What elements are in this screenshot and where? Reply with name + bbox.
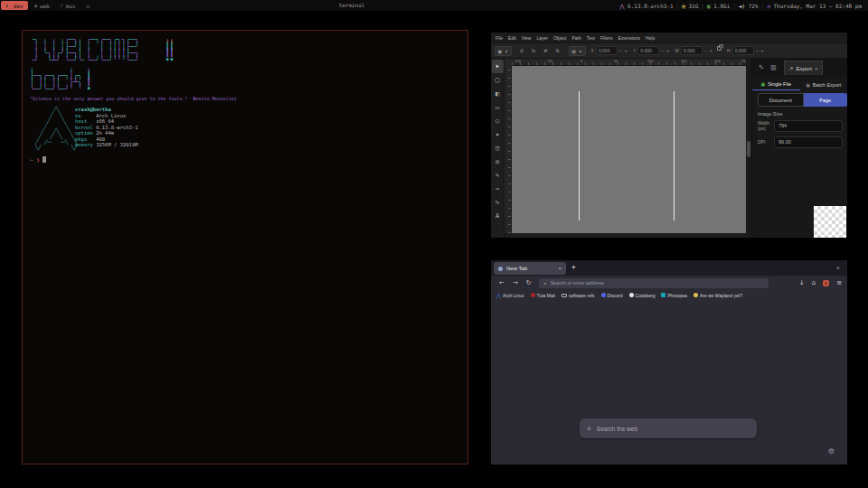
codeberg-icon	[629, 293, 634, 297]
subtab-batch-export[interactable]: ▣Batch Export	[800, 79, 848, 90]
url-bar[interactable]: ⌕ Search or enter address	[539, 278, 769, 289]
fetch-info: crash@bertha os Arch Linux host x86_64 k…	[75, 107, 138, 148]
inkscape-canvas[interactable]	[512, 66, 746, 233]
ram-icon: ▥	[707, 3, 711, 9]
close-export-tab-icon[interactable]: ×	[815, 66, 818, 71]
star-tool[interactable]: ✶	[492, 127, 504, 141]
workspace-dev[interactable]: ❯_dev	[1, 1, 28, 10]
h-input[interactable]: 0.000	[732, 46, 754, 55]
reload-button[interactable]: ↻	[526, 279, 532, 286]
menu-path[interactable]: Path	[571, 35, 580, 41]
menu-layer[interactable]: Layer	[536, 35, 548, 41]
flip-horizontal-icon[interactable]: ⇄	[543, 47, 547, 54]
y-input[interactable]: 0.000	[637, 46, 659, 55]
node-tool[interactable]: ⬡	[492, 73, 504, 87]
active-tab[interactable]: New Tab ×	[494, 262, 566, 275]
pencil-tool[interactable]: ✎	[492, 168, 504, 182]
bookmark-codeberg[interactable]: Codeberg	[629, 293, 656, 298]
rectangle-tool[interactable]: ▭	[492, 100, 504, 114]
extension-icon[interactable]	[823, 280, 829, 286]
workspace-mus[interactable]: ♪mus	[56, 1, 80, 10]
decrement-icon[interactable]: −	[756, 48, 760, 53]
shape-builder-tool[interactable]: ◧	[492, 87, 504, 100]
separator: |	[676, 3, 680, 9]
bookmark-software-refs[interactable]: software refs	[561, 293, 595, 298]
cursor	[42, 156, 46, 163]
flip-vertical-icon[interactable]: ⇅	[556, 47, 560, 54]
ruler-label: 250	[741, 59, 746, 63]
workspace-web[interactable]: ◍web	[30, 1, 54, 10]
dialog-tab-strip: ✎ ▥ ↗ Export ×	[752, 59, 847, 77]
firefox-window[interactable]: New Tab × + ⌄ ← → ↻ ⌕ Search or enter ad…	[491, 260, 847, 465]
bookmark-are-we-wayland-yet-[interactable]: Are we Wayland yet?	[693, 293, 742, 298]
shell-prompt[interactable]: ~ ❯	[30, 156, 46, 163]
objects-dialog-icon[interactable]: ✎	[759, 64, 764, 71]
increment-icon[interactable]: +	[666, 48, 670, 53]
forward-button[interactable]: →	[513, 279, 518, 286]
pen-tool[interactable]: ✑	[492, 182, 504, 195]
web-search-box[interactable]: ⌕ Search the web	[580, 418, 757, 438]
align-dropdown[interactable]: ▤ ▾	[569, 46, 586, 56]
new-tab-button[interactable]: +	[571, 263, 576, 271]
selector-tool[interactable]: ➤	[492, 60, 504, 73]
layers-dialog-icon[interactable]: ▥	[770, 64, 777, 71]
box3d-tool[interactable]: ◫	[492, 141, 504, 155]
volume-icon: ◄)	[739, 3, 745, 9]
spiral-tool[interactable]: ◎	[492, 155, 504, 168]
bookmark-arch-linux[interactable]: ⋀Arch Linux	[496, 292, 524, 298]
width-input[interactable]: 794	[774, 120, 843, 132]
ellipse-tool[interactable]: ○	[492, 114, 504, 127]
lock-ratio-icon[interactable]	[717, 46, 722, 51]
w-input[interactable]: 0.000	[681, 46, 703, 55]
menu-view[interactable]: View	[522, 35, 532, 41]
menu-extensions[interactable]: Extensions	[618, 35, 640, 41]
width-label: Width (px)	[758, 121, 774, 131]
inkscape-window[interactable]: FileEditViewLayerObjectPathTextFiltersEx…	[491, 33, 847, 238]
menu-filters[interactable]: Filters	[600, 35, 613, 41]
dpi-label: DPI	[758, 140, 774, 145]
export-panel: ✎ ▥ ↗ Export × ▣Single File▣Batch Export…	[751, 59, 847, 238]
calligraphy-tool[interactable]: ∿	[492, 195, 504, 209]
export-document-button[interactable]: Document	[758, 93, 804, 107]
ruler-label: 200	[714, 59, 721, 63]
bookmark-photopea[interactable]: Photopea	[661, 293, 686, 298]
x-input[interactable]: 0.000	[596, 46, 618, 55]
export-page-button[interactable]: Page	[804, 93, 848, 107]
dpi-input[interactable]: 96.00	[774, 136, 843, 148]
bookmark-tuta-mail[interactable]: Tuta Mail	[531, 293, 555, 298]
tab-close-icon[interactable]: ×	[558, 266, 561, 271]
menu-edit[interactable]: Edit	[508, 35, 516, 41]
text-tool[interactable]: A	[492, 209, 504, 222]
canvas-horizontal-scrollbar[interactable]	[512, 233, 746, 238]
subtab-single-file[interactable]: ▣Single File	[752, 79, 800, 90]
menu-icon[interactable]: ≡	[836, 279, 842, 286]
increment-icon[interactable]: +	[760, 48, 764, 53]
downloads-icon[interactable]: ↓	[799, 279, 805, 286]
back-button[interactable]: ←	[499, 279, 505, 286]
terminal-window[interactable]: ╶╮ ╷ ╷ ╷╭─╮╷ ╭─╮╭─╮╭╮╮╭─╮ ╻╻ │ │ │ │├─╯│…	[22, 30, 468, 465]
navigation-bar: ← → ↻ ⌕ Search or enter address ↓ ⌂ ≡	[491, 276, 847, 290]
layout-indicator-icon[interactable]: ◻	[87, 3, 90, 9]
decrement-icon[interactable]: −	[661, 48, 665, 53]
increment-icon[interactable]: +	[624, 48, 627, 53]
personalize-gear-icon[interactable]: ⚙	[828, 447, 835, 455]
increment-icon[interactable]: +	[710, 48, 713, 53]
menu-help[interactable]: Help	[646, 35, 655, 41]
decrement-icon[interactable]: −	[619, 48, 623, 53]
list-all-tabs-icon[interactable]: ⌄	[836, 263, 840, 270]
menu-file[interactable]: File	[495, 35, 503, 41]
selection-mode-dropdown[interactable]: ▦ ▾	[495, 46, 512, 56]
focused-window-title: terminal	[339, 0, 365, 11]
export-dialog-tab[interactable]: ↗ Export ×	[784, 61, 824, 75]
menu-object[interactable]: Object	[553, 35, 566, 41]
decrement-icon[interactable]: −	[704, 48, 708, 53]
arch-icon: ⋀	[496, 292, 501, 298]
home-icon[interactable]: ⌂	[812, 279, 816, 286]
bookmark-discord[interactable]: Discord	[601, 293, 623, 298]
rotate-cw-icon[interactable]: ↻	[532, 47, 535, 54]
tab-bar: New Tab × + ⌄	[491, 260, 847, 276]
ruler-label: 100	[647, 59, 654, 63]
rotate-ccw-icon[interactable]: ↺	[520, 47, 524, 54]
menu-text[interactable]: Text	[587, 35, 595, 41]
export-area-mode: Document Page	[758, 93, 847, 107]
